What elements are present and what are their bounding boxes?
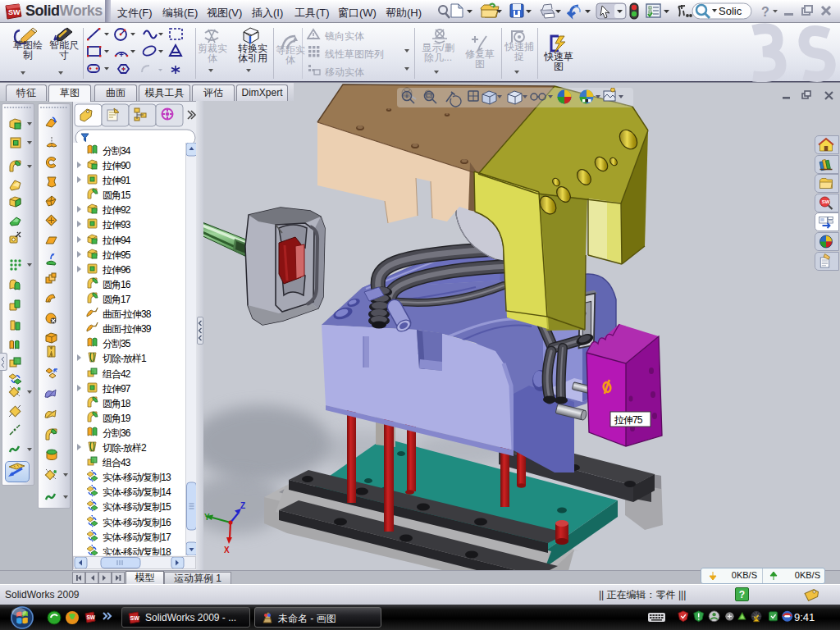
svg-text:SW: SW [8,8,21,16]
svg-text:Y: Y [204,513,210,522]
svg-text:SW: SW [822,199,830,204]
svg-text:SW: SW [130,615,140,621]
svg-text:Z: Z [240,501,245,510]
svg-text:X: X [224,546,230,555]
svg-text:拉伸75: 拉伸75 [614,414,643,426]
svg-text:SW: SW [87,614,96,620]
svg-text:Solic: Solic [719,5,742,17]
svg-text:?: ? [761,5,769,19]
svg-text:!: ! [756,618,756,622]
